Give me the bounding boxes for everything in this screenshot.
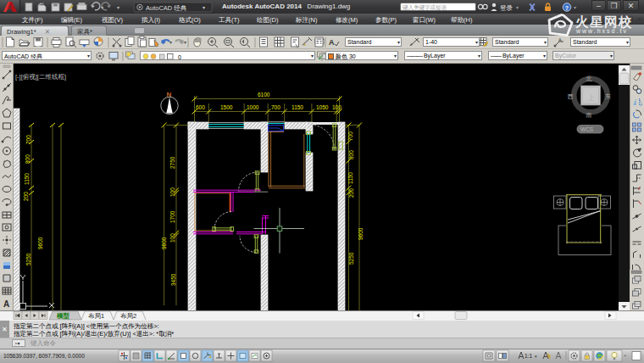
svg-text:200: 200 [348,188,354,198]
svg-text:1500: 1500 [220,104,233,110]
svg-text:200: 200 [23,192,29,201]
svg-text:800: 800 [348,150,354,159]
svg-text:1050: 1050 [316,104,329,110]
svg-text:1150: 1150 [347,172,353,184]
svg-text:布局1: 布局1 [88,312,104,320]
svg-text:▾: ▾ [535,354,537,359]
svg-text:1700: 1700 [169,210,175,223]
svg-text:5250: 5250 [25,253,31,265]
svg-text:北: 北 [586,75,592,82]
svg-text:▾: ▾ [574,5,576,10]
svg-text:1150: 1150 [291,104,303,110]
svg-text:700: 700 [347,131,353,141]
svg-text:▾: ▾ [516,5,519,10]
svg-text:800: 800 [25,154,31,164]
svg-text:1:1: 1:1 [525,353,532,359]
svg-text:100: 100 [169,233,175,243]
svg-text:9600: 9600 [358,227,364,240]
svg-text:3450: 3450 [170,273,176,286]
svg-text:1150: 1150 [24,173,30,185]
svg-text:南: 南 [586,112,592,118]
svg-text:[-][俯视][二维线框]: [-][俯视][二维线框] [15,73,66,81]
svg-text:2750: 2750 [169,156,175,169]
svg-text:A: A [329,38,335,47]
svg-text:N: N [167,91,172,98]
svg-text:▾: ▾ [169,40,172,45]
svg-text:布局2: 布局2 [120,312,136,320]
svg-text:6100: 6100 [258,92,270,98]
svg-text:登录: 登录 [500,4,514,12]
svg-text:WCS: WCS [580,126,594,132]
svg-text:▾: ▾ [101,5,103,10]
svg-text:700: 700 [25,135,31,144]
svg-text:模型: 模型 [56,312,70,320]
svg-text:▾: ▾ [184,40,186,45]
svg-text:100: 100 [332,104,341,110]
svg-text:1000: 1000 [247,104,259,110]
svg-text:▾: ▾ [203,5,205,10]
svg-text:西: 西 [568,93,574,100]
svg-text:AutoCAD 经典: AutoCAD 经典 [146,4,187,12]
svg-text:9600: 9600 [161,237,167,249]
svg-text:东: 东 [605,93,611,99]
svg-text:▪: ▪ [625,353,626,358]
svg-text:600: 600 [196,104,205,110]
svg-text:5250: 5250 [348,252,354,265]
svg-text:A: A [3,299,9,309]
svg-text:700: 700 [271,104,280,110]
svg-text:?: ? [565,5,569,11]
svg-text:▾: ▾ [117,5,119,10]
svg-text:9600: 9600 [37,237,43,249]
svg-text:上: 上 [587,93,595,102]
svg-text:100: 100 [169,187,175,197]
